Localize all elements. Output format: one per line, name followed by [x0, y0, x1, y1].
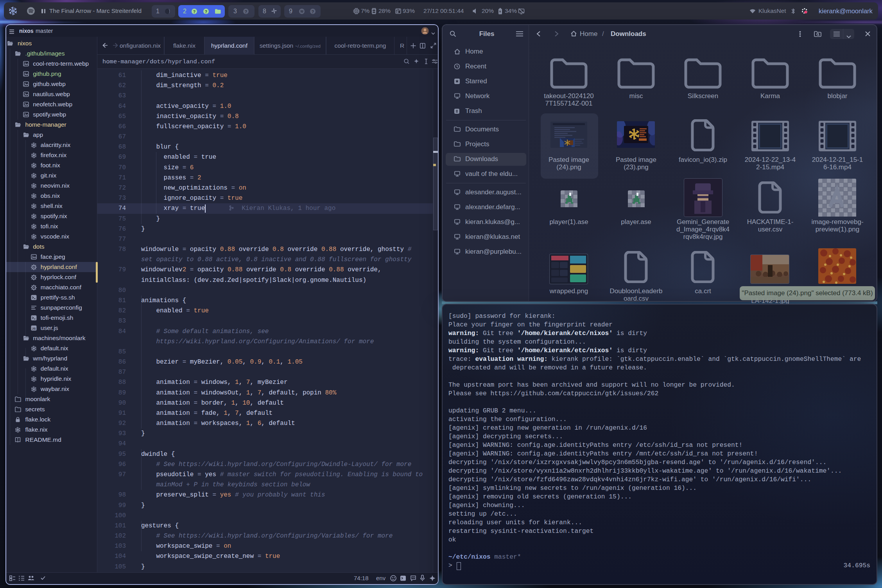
svg-text:?: ? — [205, 9, 207, 14]
svg-text:?: ? — [193, 9, 195, 14]
svg-text:?: ? — [245, 9, 247, 14]
svg-text:?: ? — [312, 9, 314, 14]
svg-text:JS: JS — [32, 327, 36, 330]
